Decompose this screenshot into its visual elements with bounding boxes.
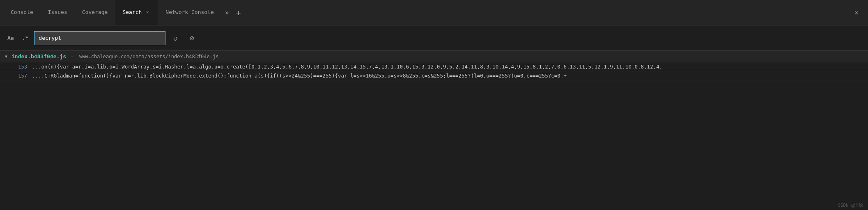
- file-name: index.b483f04e.js: [11, 53, 66, 59]
- chevron-down-icon: ▼: [3, 54, 9, 59]
- regex-button[interactable]: .*: [20, 33, 31, 43]
- close-icon: ✕: [854, 9, 859, 16]
- tab-search[interactable]: Search ✕: [115, 0, 158, 25]
- tab-console[interactable]: Console: [3, 0, 41, 25]
- search-toolbar: Aa .* ↺ ⊘: [0, 25, 868, 51]
- file-group-header[interactable]: ▼ index.b483f04e.js — www.cbaleague.com/…: [0, 51, 868, 62]
- match-case-label: Aa: [7, 35, 14, 41]
- tab-search-label: Search: [122, 9, 142, 15]
- tab-coverage-label: Coverage: [82, 9, 108, 15]
- watermark-text: CSDN @汪徐: [838, 203, 863, 208]
- results-area: ▼ index.b483f04e.js — www.cbaleague.com/…: [0, 51, 868, 210]
- window-close-button[interactable]: ✕: [848, 5, 865, 21]
- line-number-153: 153: [11, 64, 27, 70]
- tab-network-console-label: Network Console: [165, 9, 214, 15]
- refresh-button[interactable]: ↺: [169, 32, 182, 45]
- plus-icon: +: [236, 8, 241, 18]
- file-separator: —: [71, 53, 74, 59]
- tab-issues-label: Issues: [48, 9, 67, 15]
- regex-label: .*: [22, 35, 29, 41]
- tab-search-close[interactable]: ✕: [144, 9, 151, 16]
- clear-icon: ⊘: [190, 34, 194, 42]
- tab-bar: Console Issues Coverage Search ✕ Network…: [0, 0, 868, 25]
- tab-issues[interactable]: Issues: [41, 0, 75, 25]
- result-text-157: ....CTRGladman=function(){var n=r.lib.Bl…: [32, 73, 567, 79]
- result-row-153[interactable]: 153 ...on(n){var a=r,i=a.lib,o=i.WordArr…: [0, 62, 868, 71]
- clear-button[interactable]: ⊘: [185, 32, 198, 45]
- file-url: www.cbaleague.com/data/assets/index.b483…: [79, 54, 219, 59]
- match-case-button[interactable]: Aa: [5, 33, 16, 43]
- tab-console-label: Console: [11, 9, 33, 15]
- footer-watermark: CSDN @汪徐: [838, 202, 863, 208]
- line-number-157: 157: [11, 73, 27, 79]
- refresh-icon: ↺: [173, 34, 178, 42]
- tab-network-console[interactable]: Network Console: [158, 0, 221, 25]
- more-tabs-button[interactable]: »: [221, 7, 233, 18]
- search-input[interactable]: [34, 31, 165, 45]
- tab-coverage[interactable]: Coverage: [75, 0, 115, 25]
- add-tab-button[interactable]: +: [233, 7, 244, 18]
- result-row-157[interactable]: 157 ....CTRGladman=function(){var n=r.li…: [0, 71, 868, 80]
- chevron-right-icon: »: [225, 9, 229, 16]
- result-text-153: ...on(n){var a=r,i=a.lib,o=i.WordArray,s…: [32, 64, 662, 70]
